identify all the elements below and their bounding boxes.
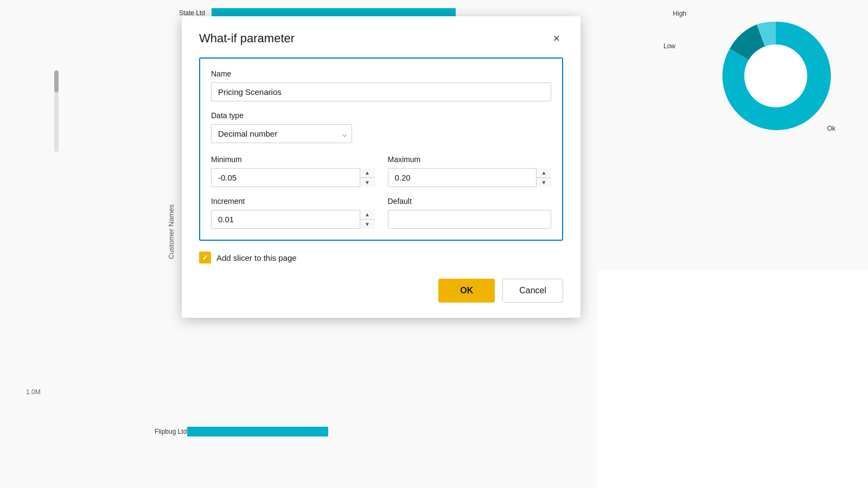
data-type-select[interactable]: Decimal number Whole number Text Date: [211, 124, 352, 143]
default-group: Default: [388, 197, 552, 229]
dialog-header: What-if parameter ×: [199, 31, 563, 46]
maximum-increment-button[interactable]: ▲: [537, 168, 551, 178]
flipbug-bar: [187, 427, 328, 436]
axis-value: 1.0M: [26, 388, 41, 396]
maximum-label: Maximum: [388, 155, 552, 164]
increment-decrement-button[interactable]: ▼: [360, 220, 375, 229]
maximum-group: Maximum ▲ ▼: [388, 155, 552, 187]
minimum-spinner-buttons: ▲ ▼: [360, 168, 375, 187]
dialog-title: What-if parameter: [199, 31, 295, 46]
minimum-label: Minimum: [211, 155, 375, 164]
increment-input[interactable]: [211, 210, 375, 229]
increment-label: Increment: [211, 197, 375, 206]
ok-button[interactable]: OK: [438, 279, 495, 303]
scrollbar-thumb[interactable]: [54, 70, 59, 92]
maximum-spinner-wrapper: ▲ ▼: [388, 168, 552, 187]
increment-spinner-wrapper: ▲ ▼: [211, 210, 375, 229]
increment-default-row: Increment ▲ ▼ Default: [211, 197, 551, 229]
data-type-wrapper: Decimal number Whole number Text Date ⌵: [211, 124, 352, 143]
minimum-spinner-wrapper: ▲ ▼: [211, 168, 375, 187]
minimum-input[interactable]: [211, 168, 375, 187]
customer-names-axis-label: Customer Names: [167, 204, 175, 259]
scrollbar-vertical[interactable]: [54, 70, 59, 152]
checkmark-icon: ✓: [202, 253, 208, 262]
name-input[interactable]: [211, 82, 551, 101]
data-type-label: Data type: [211, 111, 551, 120]
donut-chart-area: High Low Ok: [597, 0, 868, 271]
donut-label-low: Low: [663, 42, 675, 50]
minimum-increment-button[interactable]: ▲: [360, 168, 375, 178]
maximum-input[interactable]: [388, 168, 552, 187]
what-if-dialog: What-if parameter × Name Data type Decim…: [182, 16, 580, 318]
maximum-spinner-buttons: ▲ ▼: [536, 168, 551, 187]
default-label: Default: [388, 197, 552, 206]
min-max-row: Minimum ▲ ▼ Maximum ▲ ▼: [211, 155, 551, 187]
dialog-buttons: OK Cancel: [199, 279, 563, 303]
increment-spinner-buttons: ▲ ▼: [360, 210, 375, 229]
form-panel: Name Data type Decimal number Whole numb…: [199, 57, 563, 241]
add-slicer-row: ✓ Add slicer to this page: [199, 252, 563, 264]
add-slicer-checkbox[interactable]: ✓: [199, 252, 211, 264]
donut-label-ok: Ok: [827, 125, 835, 132]
name-label: Name: [211, 69, 551, 78]
donut-chart: High Low Ok: [700, 5, 852, 149]
flipbug-bar-label: Flipbug Ltd: [155, 428, 187, 435]
increment-group: Increment ▲ ▼: [211, 197, 375, 229]
increment-increment-button[interactable]: ▲: [360, 210, 375, 220]
maximum-decrement-button[interactable]: ▼: [537, 178, 551, 187]
add-slicer-label: Add slicer to this page: [216, 253, 297, 262]
default-input[interactable]: [388, 210, 552, 229]
default-spinner-wrapper: [388, 210, 552, 229]
svg-point-0: [744, 44, 807, 107]
minimum-decrement-button[interactable]: ▼: [360, 178, 375, 187]
donut-label-high: High: [673, 10, 686, 17]
state-bar-label: State Ltd: [179, 9, 205, 17]
cancel-button[interactable]: Cancel: [502, 279, 563, 303]
close-button[interactable]: ×: [550, 31, 563, 46]
minimum-group: Minimum ▲ ▼: [211, 155, 375, 187]
